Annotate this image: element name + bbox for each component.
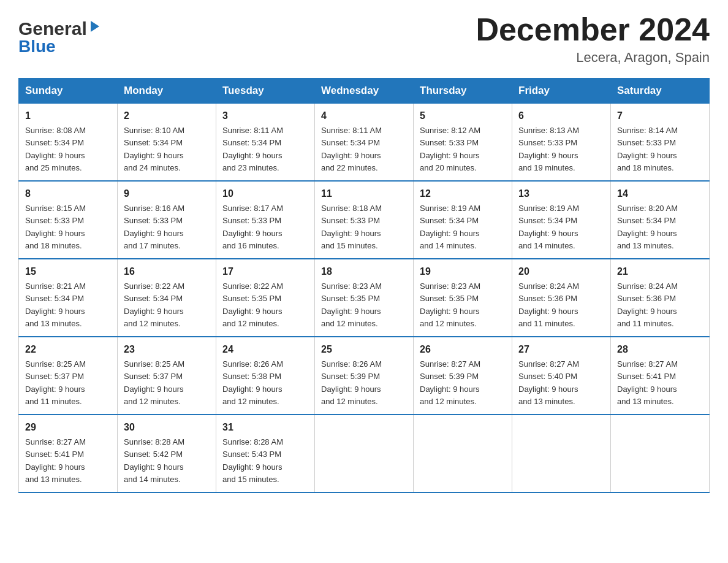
day-number: 4 [321,109,407,123]
day-info: Sunrise: 8:19 AMSunset: 5:34 PMDaylight:… [518,204,579,250]
col-sunday: Sunday [19,79,118,104]
day-info: Sunrise: 8:25 AMSunset: 5:37 PMDaylight:… [25,359,86,406]
table-row: 5Sunrise: 8:12 AMSunset: 5:33 PMDaylight… [414,104,512,182]
day-info: Sunrise: 8:27 AMSunset: 5:39 PMDaylight:… [420,359,480,406]
day-info: Sunrise: 8:22 AMSunset: 5:35 PMDaylight:… [222,282,283,328]
day-info: Sunrise: 8:28 AMSunset: 5:42 PMDaylight:… [124,437,184,484]
table-row: 3Sunrise: 8:11 AMSunset: 5:34 PMDaylight… [216,104,315,182]
day-info: Sunrise: 8:23 AMSunset: 5:35 PMDaylight:… [420,282,480,328]
table-row: 25Sunrise: 8:26 AMSunset: 5:39 PMDayligh… [315,337,414,415]
day-number: 26 [420,342,506,357]
day-info: Sunrise: 8:24 AMSunset: 5:36 PMDaylight:… [617,282,678,328]
day-info: Sunrise: 8:20 AMSunset: 5:34 PMDaylight:… [617,204,678,250]
page-header: General Blue December 2024 Lecera, Arago… [18,12,710,66]
day-info: Sunrise: 8:25 AMSunset: 5:37 PMDaylight:… [124,359,184,406]
day-number: 24 [222,342,308,357]
day-number: 3 [222,109,308,123]
calendar-header-row: Sunday Monday Tuesday Wednesday Thursday… [19,79,710,104]
day-info: Sunrise: 8:26 AMSunset: 5:39 PMDaylight:… [321,359,382,406]
table-row: 29Sunrise: 8:27 AMSunset: 5:41 PMDayligh… [19,415,118,492]
day-info: Sunrise: 8:08 AMSunset: 5:34 PMDaylight:… [25,126,86,172]
table-row: 20Sunrise: 8:24 AMSunset: 5:36 PMDayligh… [512,259,611,337]
day-number: 12 [420,186,506,201]
day-number: 17 [222,264,308,279]
table-row [611,415,710,492]
calendar-week-row: 8Sunrise: 8:15 AMSunset: 5:33 PMDaylight… [19,181,710,259]
day-info: Sunrise: 8:28 AMSunset: 5:43 PMDaylight:… [222,437,283,484]
day-info: Sunrise: 8:26 AMSunset: 5:38 PMDaylight:… [222,359,283,406]
logo-blue-text: Blue [18,37,56,56]
day-number: 1 [25,109,111,123]
table-row: 12Sunrise: 8:19 AMSunset: 5:34 PMDayligh… [414,181,512,259]
table-row: 16Sunrise: 8:22 AMSunset: 5:34 PMDayligh… [118,259,216,337]
day-number: 7 [617,109,703,123]
day-number: 5 [420,109,506,123]
day-number: 29 [25,420,111,435]
table-row: 1Sunrise: 8:08 AMSunset: 5:34 PMDaylight… [19,104,118,182]
table-row: 27Sunrise: 8:27 AMSunset: 5:40 PMDayligh… [512,337,611,415]
table-row: 17Sunrise: 8:22 AMSunset: 5:35 PMDayligh… [216,259,315,337]
day-info: Sunrise: 8:12 AMSunset: 5:33 PMDaylight:… [420,126,480,172]
table-row: 19Sunrise: 8:23 AMSunset: 5:35 PMDayligh… [414,259,512,337]
day-info: Sunrise: 8:23 AMSunset: 5:35 PMDaylight:… [321,282,382,328]
table-row: 30Sunrise: 8:28 AMSunset: 5:42 PMDayligh… [118,415,216,492]
table-row: 9Sunrise: 8:16 AMSunset: 5:33 PMDaylight… [118,181,216,259]
table-row [315,415,414,492]
logo-general-text: General [18,18,87,39]
table-row [414,415,512,492]
logo-arrow-icon [88,20,102,36]
day-number: 25 [321,342,407,357]
day-info: Sunrise: 8:21 AMSunset: 5:34 PMDaylight:… [25,282,86,328]
table-row: 13Sunrise: 8:19 AMSunset: 5:34 PMDayligh… [512,181,611,259]
day-number: 18 [321,264,407,279]
table-row: 28Sunrise: 8:27 AMSunset: 5:41 PMDayligh… [611,337,710,415]
day-info: Sunrise: 8:27 AMSunset: 5:41 PMDaylight:… [617,359,678,406]
day-number: 10 [222,186,308,201]
day-number: 13 [518,186,604,201]
day-number: 14 [617,186,703,201]
col-friday: Friday [512,79,611,104]
day-info: Sunrise: 8:11 AMSunset: 5:34 PMDaylight:… [321,126,382,172]
table-row: 23Sunrise: 8:25 AMSunset: 5:37 PMDayligh… [118,337,216,415]
day-info: Sunrise: 8:27 AMSunset: 5:41 PMDaylight:… [25,437,86,484]
day-info: Sunrise: 8:13 AMSunset: 5:33 PMDaylight:… [518,126,579,172]
day-number: 19 [420,264,506,279]
day-info: Sunrise: 8:22 AMSunset: 5:34 PMDaylight:… [124,282,184,328]
day-number: 15 [25,264,111,279]
calendar-week-row: 15Sunrise: 8:21 AMSunset: 5:34 PMDayligh… [19,259,710,337]
day-number: 16 [124,264,210,279]
day-info: Sunrise: 8:15 AMSunset: 5:33 PMDaylight:… [25,204,86,250]
day-number: 2 [124,109,210,123]
table-row [512,415,611,492]
calendar-week-row: 1Sunrise: 8:08 AMSunset: 5:34 PMDaylight… [19,104,710,182]
col-thursday: Thursday [414,79,512,104]
table-row: 15Sunrise: 8:21 AMSunset: 5:34 PMDayligh… [19,259,118,337]
day-number: 27 [518,342,604,357]
calendar-table: Sunday Monday Tuesday Wednesday Thursday… [18,78,710,493]
day-number: 8 [25,186,111,201]
day-number: 22 [25,342,111,357]
day-info: Sunrise: 8:19 AMSunset: 5:34 PMDaylight:… [420,204,480,250]
table-row: 10Sunrise: 8:17 AMSunset: 5:33 PMDayligh… [216,181,315,259]
day-number: 21 [617,264,703,279]
day-number: 31 [222,420,308,435]
table-row: 21Sunrise: 8:24 AMSunset: 5:36 PMDayligh… [611,259,710,337]
location-text: Lecera, Aragon, Spain [476,50,710,66]
day-info: Sunrise: 8:16 AMSunset: 5:33 PMDaylight:… [124,204,184,250]
day-number: 23 [124,342,210,357]
day-number: 30 [124,420,210,435]
col-monday: Monday [118,79,216,104]
table-row: 14Sunrise: 8:20 AMSunset: 5:34 PMDayligh… [611,181,710,259]
day-info: Sunrise: 8:24 AMSunset: 5:36 PMDaylight:… [518,282,579,328]
table-row: 8Sunrise: 8:15 AMSunset: 5:33 PMDaylight… [19,181,118,259]
table-row: 22Sunrise: 8:25 AMSunset: 5:37 PMDayligh… [19,337,118,415]
svg-marker-0 [91,21,99,32]
table-row: 31Sunrise: 8:28 AMSunset: 5:43 PMDayligh… [216,415,315,492]
table-row: 24Sunrise: 8:26 AMSunset: 5:38 PMDayligh… [216,337,315,415]
day-number: 6 [518,109,604,123]
day-number: 11 [321,186,407,201]
day-info: Sunrise: 8:18 AMSunset: 5:33 PMDaylight:… [321,204,382,250]
day-info: Sunrise: 8:27 AMSunset: 5:40 PMDaylight:… [518,359,579,406]
day-number: 28 [617,342,703,357]
logo: General Blue [18,18,102,56]
